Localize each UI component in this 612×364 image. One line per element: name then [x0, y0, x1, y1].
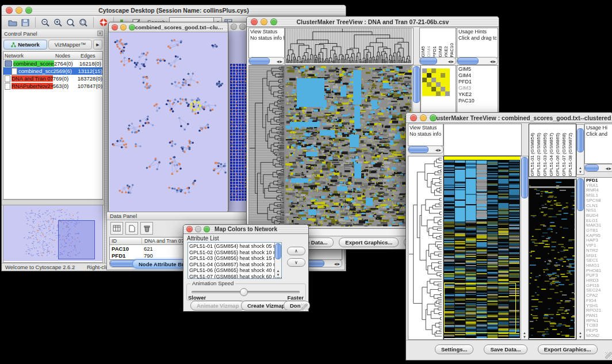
- tab-network[interactable]: Network: [3, 40, 47, 49]
- tv2-gene-list: PFD1YRA1RNR4MSL1SPC98CLN1NIS1BUD4ELG1MAK…: [584, 177, 612, 340]
- zoom-window-icon[interactable]: [25, 7, 32, 14]
- gene-label[interactable]: PFD1: [458, 79, 496, 85]
- resize-grip[interactable]: [301, 304, 308, 311]
- attribute-select-icon[interactable]: [110, 222, 123, 235]
- open-file-icon[interactable]: [6, 17, 19, 28]
- tv2-heatmap-vscrollbar[interactable]: ▲▼: [521, 156, 529, 340]
- column-label[interactable]: GIM5: [420, 46, 426, 58]
- column-label[interactable]: GPL51-06 (GSM865): [555, 133, 560, 177]
- column-label[interactable]: YKE2: [443, 46, 449, 58]
- column-label[interactable]: GPL51-02 (GSM855): [536, 133, 541, 177]
- minimize-icon[interactable]: [120, 24, 127, 30]
- dense-network-canvas[interactable]: [230, 63, 248, 201]
- table-row[interactable]: combined_scores 2764(0) 16218(0): [3, 60, 102, 67]
- network-view-canvas[interactable]: [109, 32, 227, 212]
- gene-label[interactable]: GIM4: [458, 72, 496, 79]
- column-label[interactable]: PAC10: [449, 43, 454, 58]
- close-icon[interactable]: [410, 114, 417, 121]
- window-controls[interactable]: [6, 7, 32, 14]
- column-label[interactable]: GIM3: [438, 46, 443, 58]
- column-label[interactable]: PFD1: [432, 46, 437, 58]
- column-label[interactable]: GIM4: [426, 46, 431, 58]
- attribute-item[interactable]: GPL51-02 (GSM855) heat shock 10 min: [189, 250, 280, 256]
- column-label[interactable]: GPL51-07 (GSM868): [561, 133, 567, 177]
- new-attribute-icon[interactable]: [125, 222, 138, 235]
- column-label[interactable]: GPL51-08 (GSM872): [568, 133, 573, 177]
- tab-more-button[interactable]: ▶: [93, 40, 102, 49]
- tv2-gene-list-vscrollbar[interactable]: ▲▼: [576, 177, 584, 340]
- column-label[interactable]: GPL51-01 (GSM854): [530, 133, 535, 177]
- overview-viewport-rect[interactable]: [58, 220, 95, 259]
- minimize-icon[interactable]: [261, 18, 267, 25]
- minimize-icon[interactable]: [420, 114, 427, 121]
- tv2-secondary-heatmap[interactable]: [529, 179, 576, 340]
- network-table-header[interactable]: Network Nodes Edges: [3, 52, 102, 60]
- attribute-listbox[interactable]: GPL51-01 (GSM854) heat shock 05 minGPL51…: [188, 242, 282, 279]
- tv2-view-status-scrollbar[interactable]: ◀▶: [408, 145, 443, 154]
- tv1-view-status-scrollbar[interactable]: ◀▶: [248, 57, 285, 65]
- zoom-window-icon[interactable]: [129, 24, 135, 30]
- tab-vizmapper[interactable]: VizMapper™: [48, 40, 92, 49]
- table-row[interactable]: RNAPuberNov2+ 563(0) 107847(0): [3, 82, 102, 90]
- close-icon[interactable]: [112, 24, 118, 30]
- tv1-row-dendrogram[interactable]: [248, 65, 285, 228]
- zoom-window-icon[interactable]: [430, 114, 437, 121]
- treeview-button[interactable]: Export Graphics...: [339, 237, 399, 247]
- desktop: Cytoscape Desktop (Session Name: collins…: [0, 0, 612, 364]
- gene-label[interactable]: YKE2: [458, 91, 496, 98]
- gene-label[interactable]: PAC10: [458, 98, 496, 104]
- attribute-item[interactable]: GPL51-01 (GSM854) heat shock 05 min: [189, 243, 280, 250]
- tv2-column-labels-vscrollbar[interactable]: ▲▼: [576, 124, 584, 175]
- minimize-icon[interactable]: [16, 7, 22, 14]
- tv2-usage-hints-scrollbar[interactable]: ◀▶: [584, 164, 612, 172]
- tv2-column-dendrogram[interactable]: [443, 124, 522, 156]
- attribute-item[interactable]: GPL51-06 (GSM865) heat shock 40 min: [189, 267, 280, 274]
- treeview-button[interactable]: Export Graphics...: [538, 344, 598, 354]
- attribute-item[interactable]: GPL51-04 (GSM857) heat shock 20 min: [189, 262, 280, 268]
- resize-grip[interactable]: [605, 352, 612, 359]
- column-label[interactable]: GPL51-04 (GSM857): [549, 133, 554, 177]
- control-panel: Control Panel Network VizMapper™ ▶ Netwo…: [2, 29, 105, 263]
- float-panel-icon[interactable]: [96, 30, 104, 37]
- animate-vizmap-button[interactable]: Animate Vizmap: [190, 301, 245, 311]
- zoom-out-icon[interactable]: [39, 17, 52, 28]
- close-icon[interactable]: [186, 226, 193, 232]
- gene-label[interactable]: GIM3: [458, 85, 496, 91]
- similarity-matrix[interactable]: [422, 68, 450, 96]
- zoom-fit-icon[interactable]: [64, 17, 77, 28]
- close-icon[interactable]: [231, 24, 237, 30]
- zoom-in-icon[interactable]: [52, 17, 64, 28]
- treeview-button[interactable]: Settings...: [435, 344, 473, 354]
- tv1-heatmap[interactable]: [285, 65, 414, 228]
- tv1-column-dendrogram[interactable]: [285, 28, 414, 65]
- table-row[interactable]: combined_sco 2569(6) 13112(15): [3, 67, 102, 75]
- main-titlebar[interactable]: Cytoscape Desktop (Session Name: collins…: [2, 5, 346, 16]
- minimize-icon[interactable]: [195, 226, 201, 232]
- tv1-column-labels-scrollbar[interactable]: ◀▶: [419, 57, 456, 65]
- zoom-window-icon[interactable]: [270, 18, 277, 25]
- attribute-item[interactable]: GPL51-07 (GSM868) heat shock 60 min: [189, 274, 280, 279]
- treeview-button[interactable]: Save Data...: [484, 344, 527, 354]
- slider-thumb[interactable]: [240, 288, 248, 296]
- save-icon[interactable]: [19, 17, 32, 28]
- minimize-icon[interactable]: [239, 24, 246, 30]
- network-overview[interactable]: [3, 205, 103, 263]
- close-icon[interactable]: [6, 7, 13, 14]
- table-row[interactable]: DNA and Tran 07 769(0) 183728(0): [3, 75, 102, 82]
- delete-attribute-icon[interactable]: [140, 222, 153, 235]
- gene-label[interactable]: MON2: [586, 334, 612, 339]
- column-label[interactable]: GPL51-03 (GSM856): [542, 133, 548, 177]
- zoom-window-icon[interactable]: [204, 226, 210, 232]
- move-up-button[interactable]: ∧: [287, 247, 305, 255]
- tv2-row-dendrogram[interactable]: [408, 156, 443, 340]
- move-down-button[interactable]: ∨: [287, 258, 305, 267]
- close-icon[interactable]: [251, 18, 258, 25]
- attribute-item[interactable]: GPL51-03 (GSM856) heat shock 15 min: [189, 255, 280, 262]
- attribute-list-scrollbar[interactable]: ▲▼: [274, 243, 281, 277]
- tv2-heatmap[interactable]: [443, 156, 522, 340]
- network-table-body: combined_scores 2764(0) 16218(0) combine…: [3, 60, 102, 90]
- tv1-usage-hints-scrollbar[interactable]: ◀▶: [457, 57, 498, 65]
- zoom-selection-icon[interactable]: [77, 17, 90, 28]
- gene-label[interactable]: GIM5: [458, 66, 496, 72]
- network-tree-table[interactable]: Network Nodes Edges combined_scores 2764…: [3, 51, 103, 200]
